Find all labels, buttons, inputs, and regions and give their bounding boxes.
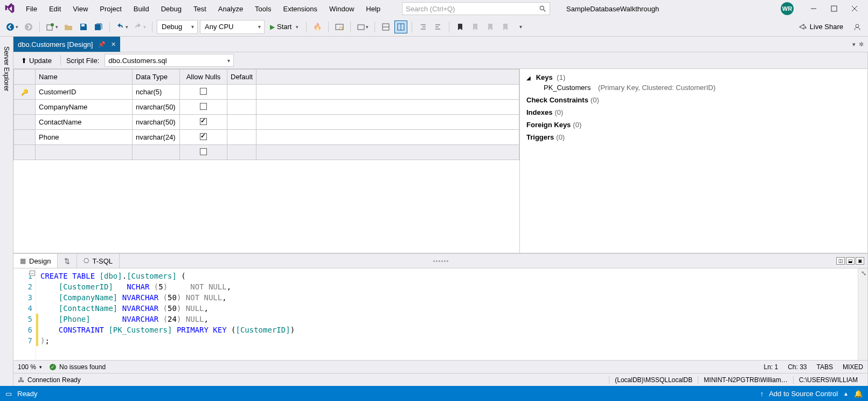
source-control-button[interactable]: Add to Source Control: [769, 390, 838, 398]
code-line[interactable]: [CustomerID] NCHAR (5) NOT NULL,: [40, 281, 867, 292]
config-combo[interactable]: Debug: [157, 20, 198, 34]
nav-back-icon[interactable]: ▾: [4, 20, 20, 33]
platform-combo[interactable]: Any CPU: [200, 20, 265, 34]
check-label[interactable]: Check Constraints: [526, 96, 588, 104]
menu-debug[interactable]: Debug: [156, 3, 187, 15]
code-line[interactable]: );: [40, 335, 867, 346]
save-all-icon[interactable]: [92, 20, 105, 33]
allow-nulls-checkbox[interactable]: [200, 133, 207, 140]
menu-window[interactable]: Window: [324, 3, 359, 15]
chevron-up-icon[interactable]: ▲: [843, 391, 849, 397]
hot-reload-icon[interactable]: 🔥: [311, 20, 324, 33]
table-row[interactable]: Phone nvarchar(24): [14, 130, 519, 145]
vertical-scrollbar[interactable]: [858, 268, 867, 360]
zoom-combo[interactable]: 100 %▾: [18, 363, 42, 371]
feedback-icon[interactable]: [851, 20, 864, 33]
nav-forward-icon[interactable]: [22, 20, 35, 33]
update-button[interactable]: ⬆ Update: [18, 56, 55, 66]
new-row[interactable]: [14, 145, 519, 160]
columns-grid[interactable]: Name Data Type Allow Nulls Default 🔑 Cus…: [13, 69, 520, 253]
layout-icon-2[interactable]: [394, 20, 407, 33]
allow-nulls-checkbox[interactable]: [200, 103, 207, 110]
table-row[interactable]: 🔑 CustomerID nchar(5): [14, 85, 519, 100]
menu-help[interactable]: Help: [360, 3, 386, 15]
table-row[interactable]: ContactName nvarchar(50): [14, 115, 519, 130]
bookmark-next-icon[interactable]: [484, 20, 497, 33]
pane-layout-3-icon[interactable]: ▣: [856, 257, 864, 265]
notifications-icon[interactable]: 🔔: [854, 390, 863, 398]
pk-name[interactable]: PK_Customers: [544, 84, 591, 92]
keys-label[interactable]: Keys: [536, 73, 553, 81]
allow-nulls-checkbox[interactable]: [200, 118, 207, 125]
code-line[interactable]: [CompanyName] NVARCHAR (50) NOT NULL,: [40, 292, 867, 303]
menu-view[interactable]: View: [67, 3, 93, 15]
menu-tools[interactable]: Tools: [249, 3, 276, 15]
keys-count: (1): [557, 73, 565, 81]
fkeys-label[interactable]: Foreign Keys: [526, 121, 571, 129]
bookmark-icon[interactable]: [454, 20, 467, 33]
bookmark-clear-icon[interactable]: [499, 20, 512, 33]
script-file-combo[interactable]: dbo.Customers.sql: [105, 54, 234, 67]
splitter-handle[interactable]: [425, 259, 457, 262]
menu-edit[interactable]: Edit: [44, 3, 66, 15]
minimize-button[interactable]: [809, 4, 818, 13]
swap-tabs-icon[interactable]: ⇅: [58, 254, 77, 268]
toolbar-overflow-icon[interactable]: ▾: [514, 20, 527, 33]
menu-file[interactable]: File: [20, 3, 43, 15]
col-header-nulls[interactable]: Allow Nulls: [180, 70, 227, 85]
menu-analyze[interactable]: Analyze: [213, 3, 248, 15]
fold-icon[interactable]: −: [30, 271, 35, 276]
undo-icon[interactable]: ▾: [114, 20, 130, 33]
pin-icon[interactable]: 📌: [98, 41, 106, 48]
collapse-arrow-icon[interactable]: ◢: [526, 75, 533, 81]
maximize-button[interactable]: [829, 4, 839, 13]
pane-layout-2-icon[interactable]: ⬓: [846, 257, 855, 265]
menu-test[interactable]: Test: [188, 3, 212, 15]
code-line[interactable]: CREATE TABLE [dbo].[Customers] (: [40, 271, 867, 281]
status-bar: ▭ Ready ↑ Add to Source Control ▲ 🔔: [0, 386, 868, 401]
indexes-label[interactable]: Indexes: [526, 108, 552, 116]
design-tab[interactable]: ▦Design: [13, 254, 58, 268]
indent-more-icon[interactable]: [432, 20, 445, 33]
code-line[interactable]: [ContactName] NVARCHAR (50) NULL,: [40, 303, 867, 314]
layout-icon-1[interactable]: [379, 20, 392, 33]
bookmark-prev-icon[interactable]: [469, 20, 482, 33]
menu-project[interactable]: Project: [94, 3, 127, 15]
tabs-settings-icon[interactable]: ✲: [859, 41, 864, 48]
allow-nulls-checkbox[interactable]: [200, 148, 207, 155]
live-share-button[interactable]: Live Share: [794, 23, 848, 31]
redo-icon[interactable]: ▾: [132, 20, 148, 33]
user-avatar[interactable]: WR: [781, 2, 794, 15]
design-icon: ▦: [20, 257, 26, 265]
col-header-name[interactable]: Name: [36, 70, 133, 85]
code-lines[interactable]: − CREATE TABLE [dbo].[Customers] ( [Cust…: [36, 268, 867, 360]
expand-collapse-icon[interactable]: ⤡: [861, 269, 866, 277]
open-icon[interactable]: [62, 20, 75, 33]
pane-layout-1-icon[interactable]: ◫: [836, 257, 845, 265]
close-tab-icon[interactable]: ✕: [111, 41, 116, 48]
allow-nulls-checkbox[interactable]: [200, 88, 207, 95]
col-header-type[interactable]: Data Type: [133, 70, 180, 85]
close-button[interactable]: [850, 4, 859, 13]
new-project-icon[interactable]: ▾: [44, 20, 60, 33]
code-line[interactable]: CONSTRAINT [PK_Customers] PRIMARY KEY ([…: [40, 324, 867, 335]
menu-extensions[interactable]: Extensions: [277, 3, 323, 15]
triggers-label[interactable]: Triggers: [526, 133, 554, 141]
save-icon[interactable]: [77, 20, 90, 33]
code-line[interactable]: [Phone] NVARCHAR (24) NULL,: [40, 314, 867, 324]
browse-icon[interactable]: [333, 20, 346, 33]
col-header-default[interactable]: Default: [227, 70, 256, 85]
tsql-tab[interactable]: ⎔T-SQL: [77, 254, 120, 268]
server-explorer-tab[interactable]: Server Explorer: [2, 42, 11, 95]
table-row[interactable]: CompanyName nvarchar(50): [14, 100, 519, 115]
search-box[interactable]: Search (Ctrl+Q): [402, 2, 550, 15]
tabs-overflow-icon[interactable]: ▾: [852, 41, 856, 48]
indent-less-icon[interactable]: [416, 20, 429, 33]
output-icon[interactable]: ▭: [5, 390, 12, 398]
start-button[interactable]: ▶Start▾: [267, 23, 302, 31]
active-document-tab[interactable]: dbo.Customers [Design] 📌 ✕: [13, 37, 120, 52]
issues-status[interactable]: ✓No issues found: [50, 363, 106, 371]
sql-editor[interactable]: 1234567 − CREATE TABLE [dbo].[Customers]…: [13, 268, 867, 360]
menu-build[interactable]: Build: [128, 3, 155, 15]
snapshot-icon[interactable]: ▾: [355, 20, 370, 33]
